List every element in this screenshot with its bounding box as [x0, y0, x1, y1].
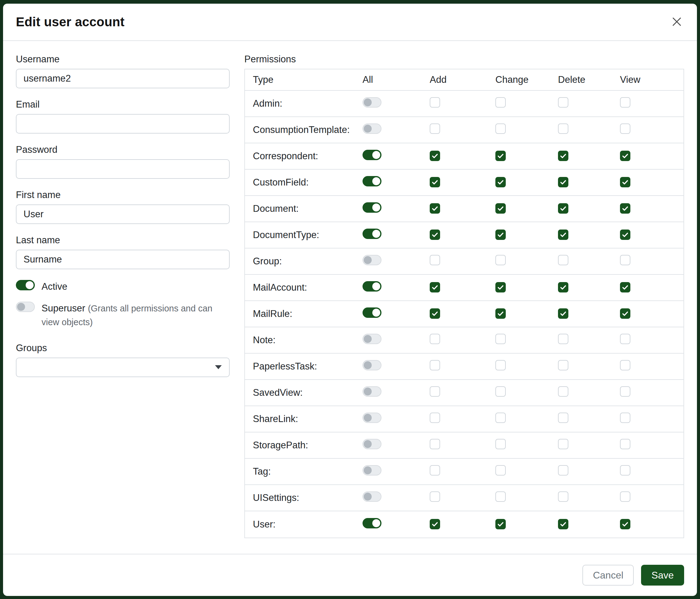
- add-checkbox[interactable]: [430, 492, 440, 502]
- view-checkbox[interactable]: [620, 465, 630, 476]
- check-icon: [497, 521, 504, 528]
- delete-checkbox[interactable]: [558, 386, 568, 397]
- groups-select[interactable]: [16, 358, 230, 377]
- view-checkbox[interactable]: [620, 360, 630, 370]
- change-checkbox[interactable]: [495, 439, 506, 449]
- all-toggle[interactable]: [362, 97, 381, 107]
- password-input[interactable]: [16, 159, 230, 179]
- view-checkbox[interactable]: [620, 492, 630, 502]
- all-toggle[interactable]: [362, 465, 381, 476]
- all-toggle[interactable]: [362, 386, 381, 397]
- all-toggle[interactable]: [362, 281, 381, 291]
- change-checkbox[interactable]: [495, 255, 506, 265]
- all-toggle[interactable]: [362, 360, 381, 370]
- delete-checkbox[interactable]: [558, 230, 568, 240]
- all-toggle[interactable]: [362, 439, 381, 449]
- toggle-knob: [364, 256, 372, 264]
- email-input[interactable]: [16, 114, 230, 134]
- add-checkbox[interactable]: [430, 230, 440, 240]
- delete-checkbox[interactable]: [558, 255, 568, 265]
- all-toggle[interactable]: [362, 413, 381, 423]
- change-checkbox[interactable]: [495, 230, 506, 240]
- change-checkbox[interactable]: [495, 177, 506, 187]
- add-checkbox[interactable]: [430, 386, 440, 397]
- change-checkbox[interactable]: [495, 465, 506, 476]
- add-checkbox[interactable]: [430, 97, 440, 107]
- add-checkbox[interactable]: [430, 360, 440, 370]
- change-checkbox[interactable]: [495, 360, 506, 370]
- superuser-toggle[interactable]: [16, 302, 35, 312]
- delete-checkbox[interactable]: [558, 203, 568, 214]
- change-checkbox[interactable]: [495, 492, 506, 502]
- delete-checkbox[interactable]: [558, 282, 568, 292]
- delete-checkbox[interactable]: [558, 151, 568, 161]
- active-toggle[interactable]: [16, 280, 35, 290]
- add-checkbox[interactable]: [430, 439, 440, 449]
- change-checkbox[interactable]: [495, 519, 506, 529]
- all-toggle[interactable]: [362, 518, 381, 528]
- all-toggle[interactable]: [362, 202, 381, 213]
- add-checkbox[interactable]: [430, 177, 440, 187]
- all-toggle[interactable]: [362, 229, 381, 239]
- last-name-input[interactable]: [16, 250, 230, 269]
- view-checkbox[interactable]: [620, 334, 630, 344]
- view-checkbox[interactable]: [620, 413, 630, 423]
- permission-row: CustomField:: [245, 170, 683, 196]
- delete-checkbox[interactable]: [558, 413, 568, 423]
- delete-checkbox[interactable]: [558, 308, 568, 319]
- view-checkbox[interactable]: [620, 230, 630, 240]
- add-checkbox[interactable]: [430, 203, 440, 214]
- all-toggle[interactable]: [362, 308, 381, 318]
- username-input[interactable]: [16, 69, 230, 88]
- add-checkbox[interactable]: [430, 151, 440, 161]
- all-toggle[interactable]: [362, 123, 381, 134]
- change-checkbox[interactable]: [495, 151, 506, 161]
- change-checkbox[interactable]: [495, 413, 506, 423]
- save-button[interactable]: Save: [641, 565, 684, 585]
- delete-checkbox[interactable]: [558, 97, 568, 107]
- change-checkbox[interactable]: [495, 203, 506, 214]
- add-checkbox[interactable]: [430, 334, 440, 344]
- all-toggle[interactable]: [362, 176, 381, 186]
- all-toggle[interactable]: [362, 492, 381, 502]
- view-checkbox[interactable]: [620, 123, 630, 134]
- add-checkbox[interactable]: [430, 123, 440, 134]
- add-checkbox[interactable]: [430, 282, 440, 292]
- permission-row: Tag:: [245, 459, 683, 485]
- view-checkbox[interactable]: [620, 308, 630, 319]
- close-button[interactable]: [670, 15, 684, 29]
- delete-checkbox[interactable]: [558, 439, 568, 449]
- add-checkbox[interactable]: [430, 465, 440, 476]
- change-checkbox[interactable]: [495, 334, 506, 344]
- view-checkbox[interactable]: [620, 386, 630, 397]
- all-toggle[interactable]: [362, 255, 381, 265]
- delete-checkbox[interactable]: [558, 123, 568, 134]
- view-checkbox[interactable]: [620, 97, 630, 107]
- view-checkbox[interactable]: [620, 203, 630, 214]
- view-checkbox[interactable]: [620, 151, 630, 161]
- change-checkbox[interactable]: [495, 386, 506, 397]
- view-checkbox[interactable]: [620, 282, 630, 292]
- view-checkbox[interactable]: [620, 439, 630, 449]
- change-checkbox[interactable]: [495, 123, 506, 134]
- add-checkbox[interactable]: [430, 255, 440, 265]
- view-checkbox[interactable]: [620, 519, 630, 529]
- delete-checkbox[interactable]: [558, 177, 568, 187]
- change-checkbox[interactable]: [495, 308, 506, 319]
- delete-checkbox[interactable]: [558, 519, 568, 529]
- first-name-input[interactable]: [16, 205, 230, 224]
- delete-checkbox[interactable]: [558, 360, 568, 370]
- cancel-button[interactable]: Cancel: [582, 565, 634, 585]
- delete-checkbox[interactable]: [558, 465, 568, 476]
- delete-checkbox[interactable]: [558, 334, 568, 344]
- view-checkbox[interactable]: [620, 255, 630, 265]
- view-checkbox[interactable]: [620, 177, 630, 187]
- change-checkbox[interactable]: [495, 282, 506, 292]
- all-toggle[interactable]: [362, 334, 381, 344]
- delete-checkbox[interactable]: [558, 492, 568, 502]
- change-checkbox[interactable]: [495, 97, 506, 107]
- all-toggle[interactable]: [362, 150, 381, 160]
- add-checkbox[interactable]: [430, 413, 440, 423]
- add-checkbox[interactable]: [430, 519, 440, 529]
- add-checkbox[interactable]: [430, 308, 440, 319]
